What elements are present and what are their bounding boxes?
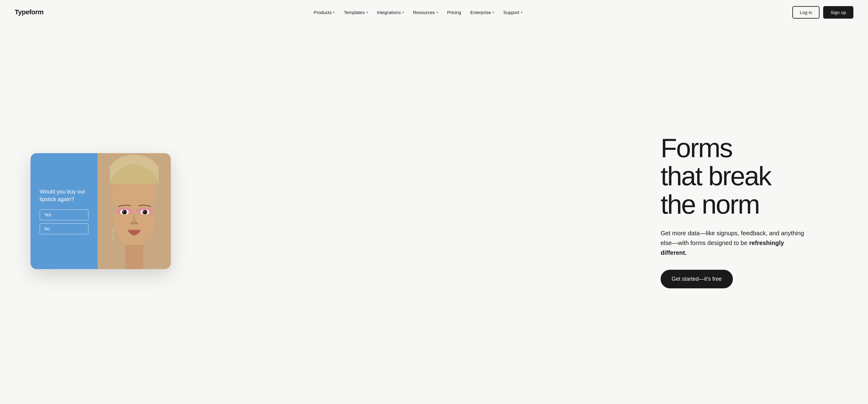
nav-link-integrations[interactable]: Integrations ▾ (373, 7, 407, 18)
hero-content: Formsthat breakthe norm Get more data—li… (661, 134, 837, 288)
login-button[interactable]: Log in (793, 6, 819, 19)
hero-headline: Formsthat breakthe norm (661, 134, 837, 219)
nav-link-templates[interactable]: Templates ▾ (340, 7, 371, 18)
chevron-down-icon: ▾ (521, 11, 522, 14)
nav-link-pricing[interactable]: Pricing (443, 7, 465, 18)
nav-actions: Log in Sign up (793, 6, 854, 19)
person-face-illustration (98, 153, 171, 269)
form-option-yes[interactable]: Yes (40, 209, 88, 220)
hero-illustration: Would you buy our lipstick again? Yes No (31, 153, 177, 269)
chevron-down-icon: ▾ (436, 11, 438, 14)
nav-item-products[interactable]: Products ▾ (310, 7, 338, 18)
hero-subtext: Get more data—like signups, feedback, an… (661, 228, 807, 258)
form-card-right (98, 153, 171, 269)
cta-button[interactable]: Get started—it's free (661, 270, 733, 288)
chevron-down-icon: ▾ (366, 11, 368, 14)
chevron-down-icon: ▾ (333, 11, 335, 14)
svg-point-15 (143, 210, 145, 212)
nav-link-products[interactable]: Products ▾ (310, 7, 338, 18)
nav-item-support[interactable]: Support ▾ (500, 7, 526, 18)
nav-link-resources[interactable]: Resources ▾ (409, 7, 442, 18)
svg-point-17 (134, 222, 138, 225)
form-card: Would you buy our lipstick again? Yes No (31, 153, 171, 269)
svg-point-11 (123, 210, 124, 212)
nav-link-support[interactable]: Support ▾ (500, 7, 526, 18)
svg-point-18 (112, 229, 114, 230)
nav-item-pricing[interactable]: Pricing (443, 7, 465, 18)
form-card-left: Would you buy our lipstick again? Yes No (31, 153, 98, 269)
main-nav: Typeform Products ▾ Templates ▾ Integrat… (0, 0, 868, 24)
hero-section: Would you buy our lipstick again? Yes No (0, 24, 868, 404)
svg-point-20 (111, 238, 114, 241)
brand-logo[interactable]: Typeform (14, 8, 43, 16)
form-option-no[interactable]: No (40, 223, 88, 234)
nav-links: Products ▾ Templates ▾ Integrations ▾ Re… (310, 7, 526, 18)
svg-point-16 (130, 222, 134, 225)
nav-item-templates[interactable]: Templates ▾ (340, 7, 371, 18)
nav-link-enterprise[interactable]: Enterprise ▾ (467, 7, 498, 18)
chevron-down-icon: ▾ (493, 11, 494, 14)
chevron-down-icon: ▾ (402, 11, 404, 14)
svg-rect-5 (125, 245, 143, 269)
form-question-text: Would you buy our lipstick again? (40, 188, 88, 203)
nav-item-enterprise[interactable]: Enterprise ▾ (467, 7, 498, 18)
nav-item-integrations[interactable]: Integrations ▾ (373, 7, 407, 18)
signup-button[interactable]: Sign up (823, 6, 854, 19)
nav-item-resources[interactable]: Resources ▾ (409, 7, 442, 18)
form-options: Yes No (40, 209, 88, 234)
